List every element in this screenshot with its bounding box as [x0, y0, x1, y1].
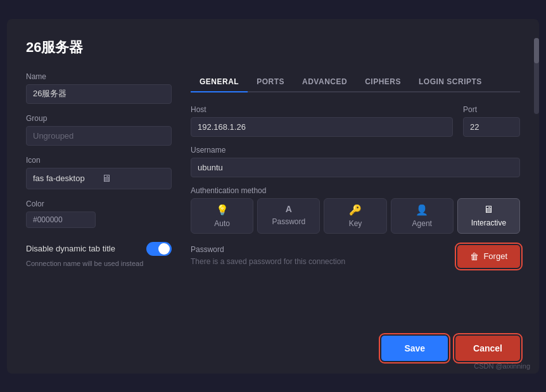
icon-value-text: fas fa-desktop [33, 174, 96, 183]
password-auth-icon: A [286, 204, 292, 214]
auth-agent-button[interactable]: 👤 Agent [391, 198, 454, 234]
auth-label: Authentication method [191, 186, 520, 195]
tabs-bar: GENERAL PORTS ADVANCED CIPHERS LOGIN SCR… [191, 72, 520, 92]
toggle-title: Disable dynamic tab title [26, 244, 115, 253]
desktop-icon: 🖥 [101, 173, 165, 184]
auth-interactive-button[interactable]: 🖥 Interactive [457, 198, 520, 234]
auth-interactive-label: Interactive [471, 218, 506, 227]
agent-icon: 👤 [416, 204, 428, 216]
auth-methods: 💡 Auto A Password 🔑 Key 👤 [191, 198, 520, 234]
username-field-group: Username [191, 146, 520, 177]
tab-login-scripts[interactable]: LOGIN SCRIPTS [410, 72, 491, 92]
port-input[interactable] [463, 117, 520, 137]
name-label: Name [26, 72, 172, 81]
forget-label: Forget [483, 251, 507, 261]
auth-auto-button[interactable]: 💡 Auto [191, 198, 253, 234]
password-left: Password There is a saved password for t… [191, 245, 445, 266]
color-label: Color [26, 199, 172, 208]
color-row: #000000 [26, 212, 172, 228]
general-form: Host Port Username Authentication method [191, 105, 520, 268]
interactive-icon: 🖥 [483, 204, 493, 215]
auth-key-label: Key [349, 219, 362, 228]
password-section: Password There is a saved password for t… [191, 245, 520, 268]
color-value[interactable]: #000000 [26, 212, 96, 228]
icon-field[interactable]: fas fa-desktop 🖥 [26, 168, 172, 189]
auth-agent-label: Agent [412, 219, 432, 228]
username-label: Username [191, 146, 520, 155]
name-input[interactable] [26, 84, 172, 104]
password-saved-text: There is a saved password for this conne… [191, 257, 445, 266]
toggle-switch[interactable] [146, 242, 172, 256]
cancel-button[interactable]: Cancel [455, 336, 520, 361]
save-button[interactable]: Save [381, 336, 448, 361]
password-label: Password [191, 245, 445, 254]
group-label: Group [26, 114, 172, 123]
auth-auto-label: Auto [214, 219, 230, 228]
toggle-subtitle: Connection name will be used instead [26, 260, 172, 267]
auth-password-button[interactable]: A Password [257, 198, 320, 234]
tab-ciphers[interactable]: CIPHERS [356, 72, 410, 92]
dialog-body: Name Group Icon fas fa-desktop 🖥 Color #… [26, 72, 520, 310]
host-field-group: Host [191, 105, 453, 137]
scrollbar-thumb[interactable] [534, 38, 539, 63]
dialog-title: 26服务器 [26, 38, 520, 57]
auth-method-group: Authentication method 💡 Auto A Password … [191, 186, 520, 234]
right-panel: GENERAL PORTS ADVANCED CIPHERS LOGIN SCR… [191, 72, 520, 310]
toggle-row: Disable dynamic tab title Connection nam… [26, 242, 172, 267]
left-panel: Name Group Icon fas fa-desktop 🖥 Color #… [26, 72, 172, 310]
name-field-group: Name [26, 72, 172, 104]
port-field-group: Port [463, 105, 520, 137]
forget-button[interactable]: 🗑 Forget [457, 245, 520, 268]
icon-label: Icon [26, 156, 172, 165]
dialog-footer: Save Cancel [26, 329, 520, 361]
icon-field-group: Icon fas fa-desktop 🖥 [26, 156, 172, 189]
auto-icon: 💡 [216, 204, 229, 216]
toggle-header: Disable dynamic tab title [26, 242, 172, 256]
group-field-group: Group [26, 114, 172, 146]
host-label: Host [191, 105, 453, 114]
group-input[interactable] [26, 126, 172, 146]
host-port-row: Host Port [191, 105, 520, 137]
main-dialog: 26服务器 Name Group Icon fas fa-desktop 🖥 C… [7, 19, 539, 374]
port-label: Port [463, 105, 520, 114]
color-field-group: Color #000000 [26, 199, 172, 228]
watermark-text: CSDN @aixinning [474, 362, 530, 370]
trash-icon: 🗑 [470, 251, 479, 262]
key-icon: 🔑 [349, 204, 362, 216]
host-input[interactable] [191, 117, 453, 137]
auth-password-label: Password [272, 217, 305, 226]
username-input[interactable] [191, 158, 520, 177]
tab-advanced[interactable]: ADVANCED [293, 72, 356, 92]
auth-key-button[interactable]: 🔑 Key [324, 198, 386, 234]
scrollbar-track[interactable] [534, 38, 539, 114]
tab-ports[interactable]: PORTS [248, 72, 293, 92]
tab-general[interactable]: GENERAL [191, 72, 248, 92]
